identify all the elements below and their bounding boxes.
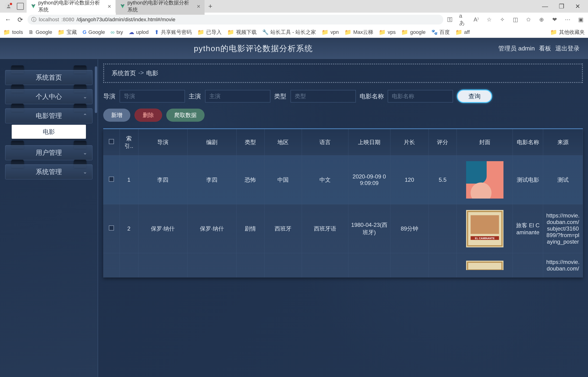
refresh-button[interactable]: ⟳: [15, 15, 25, 24]
sidebar-item-movie-mgr[interactable]: 电影管理 ⌃: [5, 108, 92, 123]
folder-icon: 📁: [197, 29, 204, 35]
page-icon: 🗎: [28, 29, 34, 35]
bookmark-tools[interactable]: 📁tools: [3, 29, 23, 35]
bookmark-google[interactable]: 🗎Google: [28, 29, 52, 35]
bookmark-google3[interactable]: 📁google: [401, 29, 426, 35]
browser-tab-active[interactable]: python的电影评论数据分析系统 ×: [27, 0, 115, 16]
filter-row: 导演 主演 类型 电影名称 查询: [103, 89, 583, 103]
bookmark-vpn[interactable]: 📁vpn: [322, 29, 339, 35]
add-button[interactable]: 新增: [103, 109, 130, 122]
vue-icon: [120, 3, 125, 9]
translate-icon[interactable]: aあ: [459, 16, 467, 24]
bookmark-max[interactable]: 📁Max云梯: [345, 29, 373, 36]
bookmarks-bar: 📁tools 🗎Google 📁宝藏 GGoogle ∞txy ☁uplod ⬆…: [0, 27, 588, 38]
table-row[interactable]: https://movie.douban.com/: [103, 253, 583, 278]
bookmark-zhanzhang[interactable]: 🔧站长工具 - 站长之家: [262, 29, 316, 36]
table-row[interactable]: 2 保罗·纳什 保罗·纳什 剧情 西班牙 西班牙语 1980-04-23(西班牙…: [103, 204, 583, 253]
cell-duration: [390, 253, 428, 278]
filter-input-name[interactable]: [388, 90, 453, 103]
minimize-button[interactable]: —: [540, 2, 550, 11]
filter-input-actor[interactable]: [205, 90, 270, 103]
query-button[interactable]: 查询: [457, 89, 492, 103]
kanban-link[interactable]: 看板: [539, 44, 551, 53]
scrollbar-thumb[interactable]: [95, 66, 97, 113]
cell-director: [138, 253, 187, 278]
cover-image: [466, 161, 504, 199]
read-aloud-icon[interactable]: A⁾: [472, 16, 480, 24]
th-region: 地区: [264, 129, 302, 155]
delete-button[interactable]: 删除: [135, 109, 162, 122]
bookmark-baidu[interactable]: 🐾百度: [431, 29, 450, 36]
breadcrumb: 系统首页 -> 电影: [103, 64, 583, 83]
sidebar-item-sys-mgr[interactable]: 系统管理 ⌄: [5, 165, 92, 179]
logout-link[interactable]: 退出登录: [555, 44, 580, 53]
tab-overview-button[interactable]: [17, 3, 24, 10]
chevron-up-icon: ⌃: [83, 113, 87, 119]
cell-cover: EL CAMINANTE: [457, 204, 513, 253]
bookmark-video[interactable]: 📁视频下载: [227, 29, 257, 36]
chevron-down-icon: ⌄: [83, 94, 87, 100]
new-tab-button[interactable]: +: [205, 2, 216, 10]
th-cover: 封面: [457, 129, 513, 155]
more-icon[interactable]: ⋯: [564, 16, 572, 24]
maximize-button[interactable]: ❐: [557, 2, 566, 11]
cell-source: https://movie.douban.com/subject/3160899…: [543, 204, 583, 253]
sidebar-toggle-icon[interactable]: ◫: [511, 16, 519, 24]
back-button[interactable]: ←: [3, 15, 13, 24]
sidebar-item-user-mgr[interactable]: 用户管理 ⌄: [5, 145, 92, 160]
collections-icon[interactable]: ⊕: [538, 16, 545, 24]
bookmark-vps[interactable]: 📁vps: [379, 29, 396, 35]
cell-index: 1: [120, 155, 138, 204]
table-row[interactable]: 1 李四 李四 恐怖 中国 中文 2020-09-09 09:09:09 120…: [103, 155, 583, 204]
th-director: 导演: [138, 129, 187, 155]
bookmark-google2[interactable]: GGoogle: [82, 29, 105, 35]
cell-duration: 89分钟: [390, 204, 428, 253]
url-path: /djangoh73u0/admin/dist/index.html#/movi…: [77, 17, 175, 23]
select-all-checkbox[interactable]: [109, 139, 114, 144]
folder-icon: 📁: [550, 29, 557, 35]
breadcrumb-home[interactable]: 系统首页: [112, 69, 136, 77]
close-icon[interactable]: ×: [197, 3, 200, 10]
bookmark-share[interactable]: ⬆共享账号密码: [154, 29, 192, 36]
favorite-icon[interactable]: ☆: [485, 16, 493, 24]
share-icon: ⬆: [154, 29, 159, 35]
row-checkbox[interactable]: [109, 177, 114, 182]
svg-point-0: [8, 5, 9, 6]
cell-director: 李四: [138, 155, 187, 204]
close-icon[interactable]: ×: [108, 3, 111, 10]
favorites-bar-icon[interactable]: ✩: [524, 16, 532, 24]
cell-rating: [428, 253, 457, 278]
crawl-button[interactable]: 爬取数据: [166, 109, 205, 122]
extensions-icon[interactable]: ✧: [498, 16, 506, 24]
close-window-button[interactable]: ✕: [573, 2, 582, 11]
filter-input-type[interactable]: [290, 90, 356, 103]
row-checkbox[interactable]: [109, 225, 114, 231]
profile-avatar[interactable]: [5, 2, 13, 10]
key-icon[interactable]: ⚿: [446, 16, 454, 24]
th-duration: 片长: [390, 129, 428, 155]
cell-date: 2020-09-09 09:09:09: [348, 155, 390, 204]
bookmark-aff[interactable]: 📁aff: [455, 29, 470, 35]
tool-icon: 🔧: [262, 29, 268, 35]
site-info-icon[interactable]: ⓘ: [31, 16, 36, 23]
bookmark-import[interactable]: 📁已导入: [197, 29, 222, 36]
sidebar-subitem-movie[interactable]: 电影: [12, 125, 86, 139]
sync-icon[interactable]: ❤: [551, 16, 559, 24]
panel-icon[interactable]: ▣: [577, 16, 585, 24]
bookmark-other[interactable]: 📁其他收藏夹: [550, 29, 585, 36]
sidebar-item-home[interactable]: 系统首页: [5, 70, 92, 85]
filter-input-director[interactable]: [120, 90, 185, 103]
cell-type: [236, 253, 264, 278]
notification-dot-icon: [10, 3, 12, 5]
bookmark-uplod[interactable]: ☁uplod: [129, 29, 149, 35]
sidebar-item-personal[interactable]: 个人中心 ⌄: [5, 89, 92, 104]
bookmark-baozang[interactable]: 📁宝藏: [58, 29, 77, 36]
cell-date: 1980-04-23(西班牙): [348, 204, 390, 253]
window-controls: — ❐ ✕: [540, 2, 586, 11]
bookmark-txy[interactable]: ∞txy: [111, 29, 123, 35]
browser-tab-inactive[interactable]: python的电影评论数据分析系统 ×: [116, 0, 205, 16]
url-bar[interactable]: ⓘ localhost:8080/djangoh73u0/admin/dist/…: [28, 15, 443, 24]
baidu-icon: 🐾: [431, 29, 438, 35]
filter-label-actor: 主演: [189, 92, 203, 100]
user-label[interactable]: 管理员 admin: [498, 44, 535, 53]
